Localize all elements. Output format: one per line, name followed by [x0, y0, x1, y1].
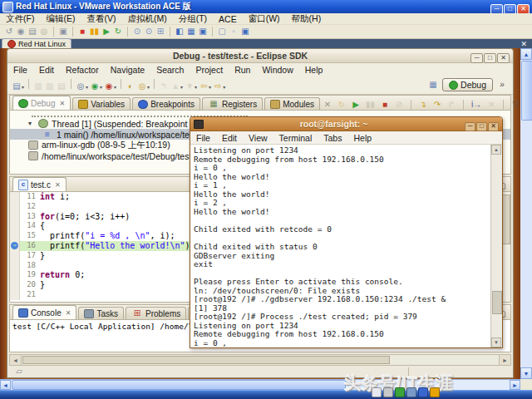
eclipse-hscrollbar[interactable]: ◄ ► — [9, 354, 511, 366]
remove-all-terminated-icon[interactable]: ✕ — [322, 100, 333, 110]
debug-view-tab-registers[interactable]: ▦Registers — [202, 97, 263, 110]
resume-icon[interactable]: ▶ — [350, 100, 362, 110]
editor-tab-test-c[interactable]: ctest.c✕ — [12, 177, 66, 191]
console-tab-console[interactable]: Console✕ — [12, 305, 76, 319]
unity-icon[interactable]: ▣ — [239, 27, 251, 37]
editor-gutter[interactable]: → — [10, 241, 20, 251]
tab-close-icon[interactable]: ✕ — [59, 100, 65, 107]
editor-gutter[interactable] — [10, 221, 20, 231]
vmware-vscrollbar-thumb[interactable] — [521, 61, 532, 121]
new-wizard-icon[interactable]: ▤ — [11, 81, 22, 91]
search-icon-dropdown[interactable]: ▾ — [147, 85, 150, 90]
restart-icon[interactable]: ↻ — [336, 100, 347, 110]
back-icon-dropdown[interactable]: ▾ — [209, 85, 211, 90]
snapshot-manager-icon[interactable]: ▤ — [27, 27, 38, 37]
eclipse-close-button[interactable]: ✕ — [497, 53, 510, 63]
search-icon[interactable]: ◎ — [136, 81, 148, 91]
instruction-stepping-icon[interactable]: i→ — [470, 100, 483, 110]
scroll-right-icon[interactable]: ► — [499, 355, 510, 365]
debug-view-tab-debug[interactable]: Debug✕ — [12, 96, 71, 110]
terminal-vscrollbar-thumb[interactable] — [492, 291, 502, 314]
eclipse-menu-8[interactable]: Help — [299, 64, 329, 76]
step-over-icon[interactable]: ↷ — [431, 100, 443, 110]
eclipse-minimize-button[interactable]: ─ — [470, 53, 483, 63]
terminal-menu-2[interactable]: View — [243, 132, 273, 144]
eclipse-menu-7[interactable]: Window — [256, 64, 298, 76]
editor-gutter[interactable] — [10, 261, 20, 271]
new-wizard-icon-dropdown[interactable]: ▾ — [22, 85, 24, 90]
eclipse-menu-1[interactable]: Edit — [33, 64, 60, 76]
record-icon[interactable]: ◎ — [38, 27, 50, 37]
tray-volume-icon[interactable] — [406, 387, 416, 397]
tab-close-icon[interactable]: ✕ — [66, 309, 71, 317]
debug-perspective-button[interactable]: Debug — [442, 78, 493, 91]
eclipse-hscrollbar-thumb[interactable] — [22, 356, 390, 364]
reset-vm-icon[interactable]: ↻ — [112, 27, 124, 37]
scroll-up-icon[interactable]: ▲ — [491, 145, 501, 155]
editor-gutter[interactable] — [10, 231, 20, 241]
suspend-vm-icon[interactable]: ▮▮ — [88, 27, 101, 37]
eclipse-menu-5[interactable]: Project — [190, 64, 229, 76]
run-launch-icon[interactable]: ◉ — [103, 81, 115, 91]
vmware-hscrollbar-thumb[interactable] — [12, 380, 346, 390]
debug-view-tab-variables[interactable]: Variables — [72, 97, 131, 110]
prev-annotation-icon[interactable]: ▲ — [170, 81, 181, 91]
clone-icon[interactable]: ⊙ — [131, 27, 143, 37]
eclipse-menu-0[interactable]: File — [7, 64, 33, 76]
scroll-up-icon[interactable]: ▲ — [520, 48, 532, 60]
quick-switch-icon[interactable]: ▫ — [228, 27, 239, 37]
vmware-menu-4[interactable]: 分组(T) — [173, 12, 213, 26]
eclipse-menu-6[interactable]: Run — [229, 64, 256, 76]
editor-gutter[interactable] — [10, 270, 20, 280]
vmware-menu-2[interactable]: 查看(V) — [81, 12, 121, 26]
skip-breakpoints-icon-dropdown[interactable]: ▾ — [86, 85, 88, 90]
vm-tab-close-icon[interactable]: ✕ — [520, 40, 527, 48]
terminal-menu-5[interactable]: Help — [347, 132, 377, 144]
editor-gutter[interactable] — [10, 280, 20, 290]
back-icon[interactable]: ⇦ — [198, 81, 209, 91]
next-annotation-icon[interactable]: ▼ — [184, 81, 195, 91]
debug-launch-icon[interactable]: ◉ — [89, 81, 101, 91]
console-view-icon[interactable]: ▣ — [197, 27, 209, 37]
scroll-down-icon[interactable]: ▼ — [520, 367, 532, 379]
last-edit-icon[interactable]: ↰ — [158, 81, 170, 91]
eclipse-menu-2[interactable]: Refactor — [60, 64, 105, 76]
power-on-icon[interactable]: ▶ — [101, 27, 112, 37]
vmware-menu-0[interactable]: 文件(F) — [0, 12, 40, 26]
vmware-menu-5[interactable]: ACE — [213, 13, 243, 25]
tray-display-icon[interactable] — [383, 387, 393, 397]
step-into-icon[interactable]: ↴ — [417, 100, 429, 110]
console-tab-tasks[interactable]: Tasks — [78, 307, 124, 319]
snapshot-take-icon[interactable]: ◉ — [15, 27, 27, 37]
vmware-vscrollbar[interactable]: ▲ ▼ — [520, 48, 532, 379]
skip-breakpoints-icon[interactable]: ◎ — [75, 81, 86, 91]
editor-gutter[interactable] — [10, 251, 20, 261]
disconnect-icon[interactable]: ⊘ — [393, 100, 405, 110]
suspend-icon[interactable]: ▮▮ — [364, 100, 377, 110]
scroll-down-icon[interactable]: ▼ — [491, 337, 501, 347]
terminal-menu-0[interactable]: File — [190, 132, 216, 144]
tab-close-icon[interactable]: ✕ — [55, 181, 61, 189]
snapshot-revert-icon[interactable]: ↺ — [3, 27, 15, 37]
vmware-menu-7[interactable]: 帮助(H) — [286, 12, 328, 26]
editor-gutter[interactable] — [10, 202, 20, 212]
terminal-output[interactable]: Listening on port 1234Remote debugging f… — [190, 145, 491, 347]
power-off-icon[interactable]: ■ — [76, 27, 88, 37]
editor-gutter[interactable] — [10, 290, 20, 300]
tray-network-icon[interactable] — [418, 387, 428, 397]
vm-tab-redhat-linux[interactable]: Red Hat Linux — [2, 38, 71, 48]
summary-view-icon[interactable]: ▦ — [185, 27, 197, 37]
editor-gutter[interactable] — [10, 192, 20, 202]
tray-update-icon[interactable] — [430, 387, 440, 397]
print-icon[interactable]: ▤ — [56, 81, 67, 91]
vmware-menu-1[interactable]: 编辑(E) — [40, 12, 81, 26]
terminal-menu-4[interactable]: Tabs — [318, 132, 347, 144]
terminal-vscrollbar[interactable]: ▲ ▼ — [490, 145, 502, 347]
terminate-icon[interactable]: ■ — [379, 100, 391, 110]
run-launch-icon-dropdown[interactable]: ▾ — [114, 85, 116, 90]
scroll-right-icon[interactable]: ► — [510, 380, 520, 390]
eclipse-maximize-button[interactable]: □ — [484, 53, 496, 63]
terminal-maximize-button[interactable]: □ — [476, 122, 487, 131]
tray-safely-remove-icon[interactable] — [372, 387, 382, 397]
scroll-left-icon[interactable]: ◄ — [10, 355, 22, 365]
